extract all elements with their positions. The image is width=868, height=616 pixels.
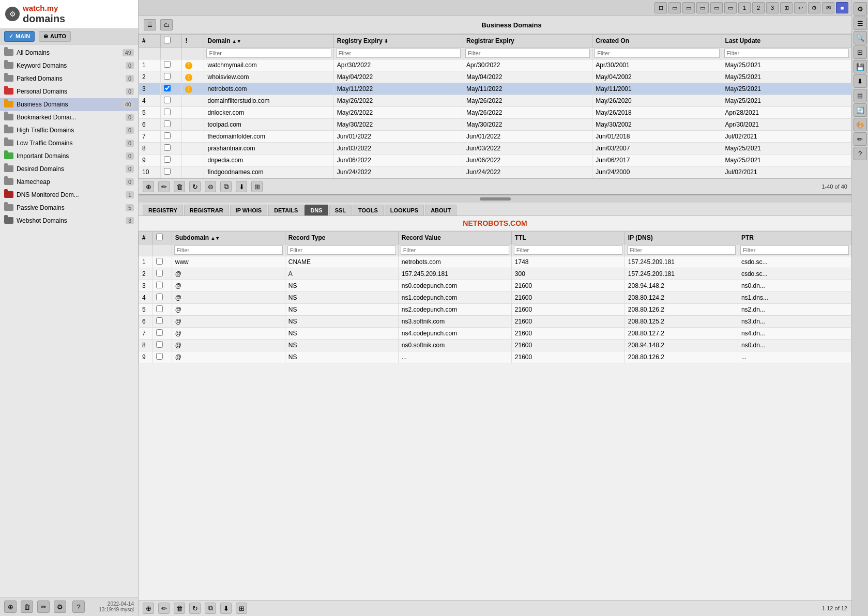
dns-edit-btn[interactable]: ✏ <box>158 603 170 614</box>
sidebar-item-business-domains[interactable]: Business Domains 40 <box>0 98 138 111</box>
dns-row-check[interactable] <box>153 292 172 304</box>
rar-filter-input[interactable] <box>465 49 590 58</box>
table-row[interactable]: 9 dnpedia.com Jun/06/2022 Jun/06/2022 Ju… <box>139 155 851 166</box>
dns-delete-btn[interactable]: 🗑 <box>174 603 185 614</box>
dns-row-check[interactable] <box>153 304 172 316</box>
tab-lookups[interactable]: LOOKUPS <box>385 205 424 215</box>
row-checkbox[interactable] <box>164 85 171 91</box>
sidebar-item-desired-domains[interactable]: Desired Domains 0 <box>0 163 138 176</box>
dns-row-check[interactable] <box>153 280 172 292</box>
row-check[interactable] <box>161 83 182 95</box>
dns-grid-btn[interactable]: ⊞ <box>236 603 247 614</box>
row-check[interactable] <box>161 131 182 143</box>
dns-row-checkbox[interactable] <box>156 270 163 276</box>
dns-row-checkbox[interactable] <box>156 258 163 265</box>
right-btn-menu[interactable]: ☰ <box>854 17 867 30</box>
dns-row-checkbox[interactable] <box>156 329 163 336</box>
sidebar-settings-button[interactable]: ⚙ <box>54 600 66 613</box>
dns-select-all[interactable] <box>156 234 163 240</box>
toolbar-btn-9[interactable]: 3 <box>766 2 779 13</box>
dns-row-check[interactable] <box>153 340 172 351</box>
sidebar-item-passive-domains[interactable]: Passive Domains 5 <box>0 202 138 214</box>
toolbar-btn-11[interactable]: ↩ <box>794 2 806 13</box>
minus-domain-btn[interactable]: ⊖ <box>205 181 216 192</box>
sidebar-item-dns-monitored[interactable]: DNS Monitored Dom... 1 <box>0 189 138 202</box>
dns-row-checkbox[interactable] <box>156 353 163 360</box>
toolbar-btn-4[interactable]: ▭ <box>696 2 709 13</box>
dns-table-row[interactable]: 8 @ NS ns0.softnik.com 21600 208.94.148.… <box>139 340 851 351</box>
row-checkbox[interactable] <box>164 144 171 151</box>
dns-row-checkbox[interactable] <box>156 305 163 312</box>
table-row[interactable]: 10 findgoodnames.com Jun/24/2022 Jun/24/… <box>139 166 851 178</box>
tab-registrar[interactable]: REGISTRAR <box>184 205 229 215</box>
table-row[interactable]: 4 domainfilterstudio.com May/26/2022 May… <box>139 95 851 107</box>
right-btn-search[interactable]: 🔍 <box>854 31 867 44</box>
row-check[interactable] <box>161 95 182 107</box>
tab-ip-whois[interactable]: IP WHOIS <box>230 205 268 215</box>
table-row[interactable]: 8 prashantnair.com Jun/03/2022 Jun/03/20… <box>139 143 851 155</box>
right-btn-help[interactable]: ? <box>854 147 867 160</box>
row-check[interactable] <box>161 155 182 166</box>
panel-folder-btn[interactable]: 🗀 <box>160 19 173 30</box>
dns-row-checkbox[interactable] <box>156 294 163 300</box>
update-filter-input[interactable] <box>724 49 849 58</box>
toolbar-btn-3[interactable]: ▭ <box>682 2 695 13</box>
table-row[interactable]: 6 toolpad.com May/30/2022 May/30/2022 Ma… <box>139 119 851 131</box>
sidebar-delete-button[interactable]: 🗑 <box>21 600 33 613</box>
sidebar-item-personal-domains[interactable]: Personal Domains 0 <box>0 85 138 98</box>
sidebar-item-low-traffic-domains[interactable]: Low Traffic Domains 0 <box>0 137 138 150</box>
dns-row-check[interactable] <box>153 268 172 280</box>
toolbar-btn-13[interactable]: ✉ <box>822 2 834 13</box>
tab-registry[interactable]: REGISTRY <box>143 205 183 215</box>
add-domain-btn[interactable]: ⊕ <box>143 181 154 192</box>
dns-table-row[interactable]: 4 @ NS ns1.codepunch.com 21600 208.80.12… <box>139 292 851 304</box>
sidebar-item-all-domains[interactable]: All Domains 49 <box>0 47 138 59</box>
refresh-domain-btn[interactable]: ↻ <box>189 181 201 192</box>
right-btn-edit[interactable]: ✏ <box>854 132 867 146</box>
sidebar-item-important-domains[interactable]: Important Domains 0 <box>0 150 138 163</box>
sidebar-help-button[interactable]: ? <box>72 600 85 613</box>
row-check[interactable] <box>161 166 182 178</box>
dns-row-checkbox[interactable] <box>156 282 163 288</box>
dns-row-check[interactable] <box>153 351 172 363</box>
dns-table-row[interactable]: 1 www CNAME netrobots.com 1748 157.245.2… <box>139 256 851 268</box>
sidebar-edit-button[interactable]: ✏ <box>37 600 50 613</box>
ttl-filter[interactable] <box>514 245 622 255</box>
dns-row-checkbox[interactable] <box>156 341 163 348</box>
row-checkbox[interactable] <box>164 156 171 163</box>
row-checkbox[interactable] <box>164 120 171 127</box>
table-row[interactable]: 3 ! netrobots.com May/11/2022 May/11/202… <box>139 83 851 95</box>
sidebar-item-namecheap[interactable]: Namecheap 0 <box>0 176 138 189</box>
right-btn-settings[interactable]: ⚙ <box>854 2 867 16</box>
toolbar-btn-2[interactable]: ▭ <box>668 2 681 13</box>
tab-about[interactable]: ABOUT <box>425 205 456 215</box>
right-btn-refresh[interactable]: 🔄 <box>854 103 867 117</box>
sidebar-item-parked-domains[interactable]: Parked Domains 0 <box>0 72 138 85</box>
dns-table-row[interactable]: 6 @ NS ns3.softnik.com 21600 208.80.125.… <box>139 316 851 328</box>
right-btn-minus[interactable]: ⊟ <box>854 89 867 102</box>
dns-row-checkbox[interactable] <box>156 317 163 324</box>
type-filter[interactable] <box>287 245 396 255</box>
row-checkbox[interactable] <box>164 168 171 175</box>
dns-row-check[interactable] <box>153 328 172 340</box>
toolbar-btn-12[interactable]: ⚙ <box>808 2 820 13</box>
sidebar-add-button[interactable]: ⊕ <box>4 600 17 613</box>
toolbar-btn-7[interactable]: 1 <box>738 2 751 13</box>
right-btn-save[interactable]: 💾 <box>854 60 867 73</box>
ptr-filter[interactable] <box>740 245 849 255</box>
toolbar-btn-8[interactable]: 2 <box>752 2 765 13</box>
grid-domain-btn[interactable]: ⊞ <box>251 181 263 192</box>
tab-tools[interactable]: TOOLS <box>353 205 384 215</box>
toolbar-btn-10[interactable]: ⊞ <box>780 2 793 13</box>
table-row[interactable]: 7 thedomainfolder.com Jun/01/2022 Jun/01… <box>139 131 851 143</box>
dns-table-row[interactable]: 2 @ A 157.245.209.181 300 157.245.209.18… <box>139 268 851 280</box>
panel-menu-btn[interactable]: ☰ <box>144 19 156 30</box>
tab-dns[interactable]: DNS <box>304 205 328 215</box>
toolbar-btn-blue[interactable]: ■ <box>836 2 848 13</box>
reg-filter-input[interactable] <box>336 49 461 58</box>
dns-download-btn[interactable]: ⬇ <box>220 603 232 614</box>
toolbar-btn-5[interactable]: ▭ <box>710 2 723 13</box>
sidebar-item-keyword-domains[interactable]: Keyword Domains 0 <box>0 59 138 72</box>
tab-ssl[interactable]: SSL <box>329 205 352 215</box>
table-row[interactable]: 5 dnlocker.com May/26/2022 May/26/2022 M… <box>139 107 851 119</box>
